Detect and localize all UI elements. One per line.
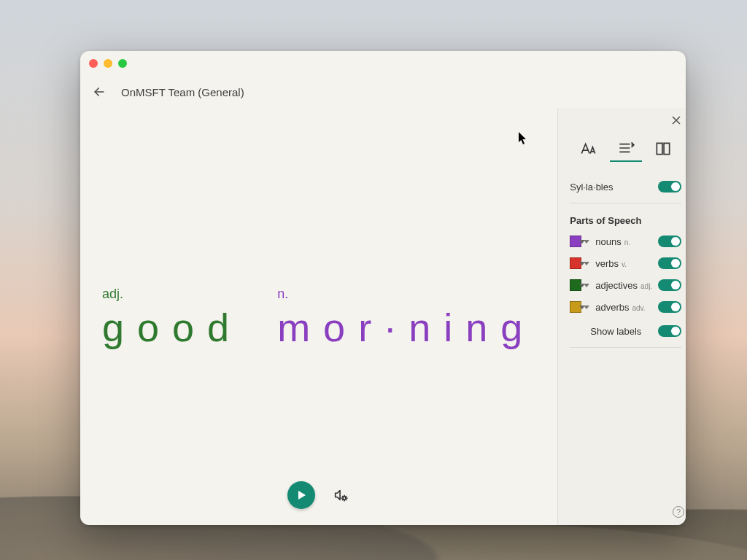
page-title: OnMSFT Team (General)	[121, 86, 244, 98]
sentence: adj.goodn.mor·ning	[102, 287, 535, 347]
book-icon	[654, 139, 673, 158]
chevron-down-icon	[584, 262, 589, 265]
pos-name: verbsv.	[595, 258, 652, 269]
color-swatch[interactable]	[570, 279, 581, 291]
mouse-cursor-icon	[518, 131, 528, 146]
show-labels-toggle[interactable]	[658, 325, 681, 337]
pos-label: adj.	[102, 287, 123, 302]
syllables-toggle[interactable]	[658, 181, 681, 192]
tab-reading-preferences[interactable]	[647, 136, 679, 162]
pos-name: nounsn.	[595, 236, 652, 247]
grammar-panel: Syl·la·bles Parts of Speech nounsn.verbs…	[557, 108, 686, 525]
help-button[interactable]: ?	[673, 506, 684, 518]
color-picker[interactable]	[570, 236, 589, 247]
show-labels-label: Show labels	[590, 326, 641, 337]
pos-toggle-adverbs[interactable]	[658, 301, 681, 313]
speaker-gear-icon	[333, 487, 349, 503]
voice-settings-button[interactable]	[331, 486, 350, 505]
color-picker[interactable]	[570, 301, 589, 313]
color-picker[interactable]	[570, 279, 589, 291]
pos-toggle-adjectives[interactable]	[658, 279, 681, 291]
pos-row-verbs: verbsv.	[570, 252, 681, 274]
divider	[570, 203, 681, 203]
play-button[interactable]	[287, 481, 315, 509]
word-text: good	[102, 308, 242, 347]
syllables-row: Syl·la·bles	[570, 174, 681, 200]
window-controls	[89, 59, 127, 68]
chevron-down-icon	[584, 284, 589, 287]
pos-row-adverbs: adverbsadv.	[570, 296, 681, 318]
pos-label: n.	[277, 287, 288, 302]
pos-abbr: n.	[624, 238, 630, 246]
arrow-left-icon	[92, 85, 107, 99]
close-window-button[interactable]	[89, 59, 98, 68]
close-panel-button[interactable]	[671, 115, 684, 128]
color-swatch[interactable]	[570, 301, 581, 313]
pos-abbr: adj.	[640, 282, 652, 290]
pos-row-adjectives: adjectivesadj.	[570, 274, 681, 296]
pos-name: adverbsadv.	[595, 302, 652, 313]
tab-grammar-options[interactable]	[610, 136, 642, 162]
parts-of-speech-list: nounsn.verbsv.adjectivesadj.adverbsadv.	[570, 230, 681, 318]
text-size-icon	[579, 139, 598, 158]
pos-abbr: adv.	[632, 304, 645, 312]
parts-of-speech-heading: Parts of Speech	[570, 206, 681, 230]
syllables-label: Syl·la·bles	[570, 182, 613, 192]
reading-stage: adj.goodn.mor·ning	[80, 108, 557, 525]
titlebar	[80, 51, 686, 76]
header-bar: OnMSFT Team (General)	[80, 76, 686, 108]
back-button[interactable]	[88, 80, 111, 104]
play-icon	[296, 489, 308, 501]
minimize-window-button[interactable]	[104, 59, 112, 68]
show-labels-row: Show labels	[570, 318, 681, 344]
color-picker[interactable]	[570, 257, 589, 269]
tab-text-preferences[interactable]	[573, 136, 605, 162]
word-block: adj.good	[102, 287, 242, 347]
chevron-down-icon	[584, 240, 589, 244]
pos-name: adjectivesadj.	[595, 280, 652, 291]
close-icon	[671, 115, 681, 125]
chevron-down-icon	[584, 306, 589, 309]
panel-tabs	[570, 136, 681, 162]
divider	[570, 347, 681, 348]
main-body: adj.goodn.mor·ning	[80, 108, 686, 525]
pos-abbr: v.	[622, 260, 627, 268]
grammar-icon	[616, 139, 635, 158]
pos-toggle-verbs[interactable]	[658, 257, 681, 269]
zoom-window-button[interactable]	[118, 59, 127, 68]
word-block: n.mor·ning	[277, 287, 535, 347]
word-text: mor·ning	[277, 308, 535, 347]
player-controls	[80, 481, 557, 509]
color-swatch[interactable]	[570, 257, 581, 269]
pos-toggle-nouns[interactable]	[658, 236, 681, 247]
app-window: OnMSFT Team (General) adj.goodn.mor·ning	[80, 51, 686, 525]
pos-row-nouns: nounsn.	[570, 230, 681, 252]
color-swatch[interactable]	[570, 236, 581, 247]
